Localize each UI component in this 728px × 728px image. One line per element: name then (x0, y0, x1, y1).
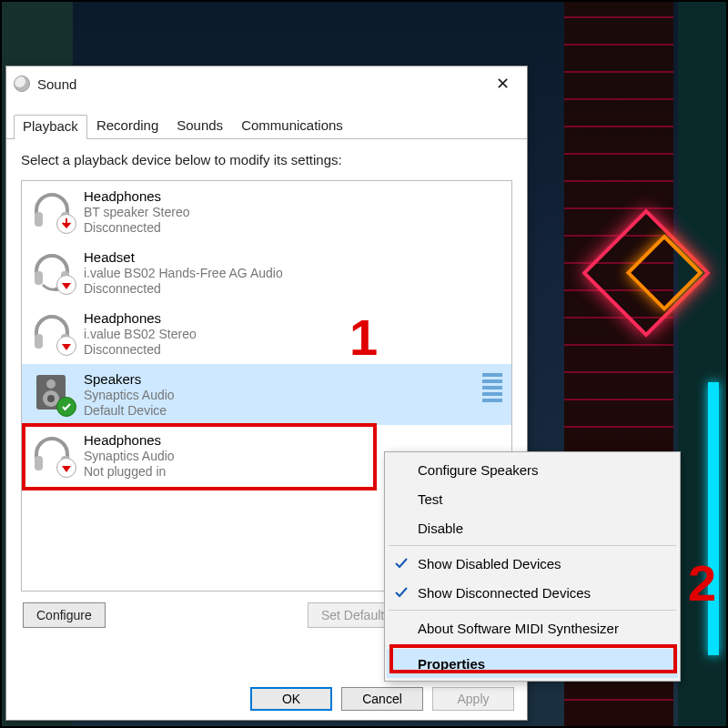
menu-label: Test (418, 491, 443, 507)
device-sub: i.value BS02 Stereo (84, 327, 197, 341)
device-name: Headset (84, 249, 283, 265)
window-title: Sound (37, 76, 76, 92)
titlebar: Sound ✕ (6, 66, 527, 101)
sound-icon (14, 76, 30, 92)
cancel-button[interactable]: Cancel (341, 687, 423, 711)
device-status: Disconnected (84, 281, 283, 296)
svg-rect-11 (35, 456, 43, 470)
device-name: Speakers (84, 371, 175, 387)
menu-show-disconnected[interactable]: Show Disconnected Devices (387, 578, 678, 607)
menu-test[interactable]: Test (387, 484, 678, 513)
apply-button[interactable]: Apply (432, 687, 514, 711)
svg-point-10 (47, 395, 55, 402)
arrow-down-icon (56, 336, 76, 356)
headphones-icon (31, 188, 73, 230)
headphones-icon (31, 310, 73, 352)
arrow-down-icon (56, 458, 76, 478)
ok-button[interactable]: OK (250, 687, 332, 711)
svg-rect-2 (35, 271, 43, 285)
tab-playback[interactable]: Playback (14, 115, 87, 139)
list-item[interactable]: Headphones i.value BS02 Stereo Disconnec… (22, 303, 511, 364)
menu-show-disabled[interactable]: Show Disabled Devices (387, 549, 678, 578)
tab-communications[interactable]: Communications (232, 114, 352, 138)
tab-recording[interactable]: Recording (87, 114, 167, 138)
headphones-icon (31, 432, 73, 474)
device-sub: BT speaker Stereo (84, 205, 189, 219)
arrow-down-icon (56, 214, 76, 234)
device-name: Headphones (84, 188, 189, 204)
context-menu: Configure Speakers Test Disable Show Dis… (384, 451, 681, 682)
tab-sounds[interactable]: Sounds (167, 114, 232, 138)
menu-separator (389, 645, 676, 646)
menu-separator (389, 610, 676, 611)
device-status: Default Device (84, 403, 175, 418)
svg-rect-5 (35, 334, 43, 349)
arrow-down-icon (56, 275, 76, 295)
list-item[interactable]: Headphones BT speaker Stereo Disconnecte… (22, 181, 511, 242)
check-icon (56, 397, 76, 417)
menu-label: Properties (418, 656, 485, 672)
device-sub: Synaptics Audio (84, 388, 175, 402)
menu-label: Disable (418, 521, 463, 536)
device-status: Disconnected (84, 220, 189, 235)
menu-configure-speakers[interactable]: Configure Speakers (387, 455, 678, 484)
list-item[interactable]: Speakers Synaptics Audio Default Device (22, 364, 511, 425)
list-item[interactable]: Headset i.value BS02 Hands-Free AG Audio… (22, 242, 511, 303)
device-status: Disconnected (84, 342, 197, 357)
device-status: Not plugged in (84, 464, 175, 479)
menu-disable[interactable]: Disable (387, 513, 678, 542)
level-meter-icon (482, 373, 504, 410)
headset-icon (31, 249, 73, 291)
svg-rect-0 (35, 212, 43, 227)
menu-properties[interactable]: Properties (387, 649, 678, 678)
device-sub: Synaptics Audio (84, 449, 175, 463)
check-icon (394, 585, 409, 600)
check-icon (394, 556, 409, 571)
menu-label: About Software MIDI Synthesizer (418, 621, 619, 636)
menu-label: Show Disabled Devices (418, 556, 561, 571)
svg-point-8 (46, 379, 56, 389)
close-button[interactable]: ✕ (481, 70, 523, 97)
menu-label: Configure Speakers (418, 462, 539, 478)
close-icon: ✕ (496, 74, 510, 94)
device-name: Headphones (84, 310, 197, 326)
configure-button[interactable]: Configure (23, 602, 106, 628)
menu-label: Show Disconnected Devices (418, 585, 591, 601)
menu-about-midi[interactable]: About Software MIDI Synthesizer (387, 613, 678, 642)
tabstrip: Playback Recording Sounds Communications (6, 114, 527, 139)
instruction-text: Select a playback device below to modify… (21, 152, 512, 167)
dialog-button-row: OK Cancel Apply (250, 687, 514, 711)
menu-separator (389, 545, 676, 546)
device-sub: i.value BS02 Hands-Free AG Audio (84, 266, 283, 280)
speaker-icon (31, 371, 73, 413)
device-name: Headphones (84, 432, 175, 448)
